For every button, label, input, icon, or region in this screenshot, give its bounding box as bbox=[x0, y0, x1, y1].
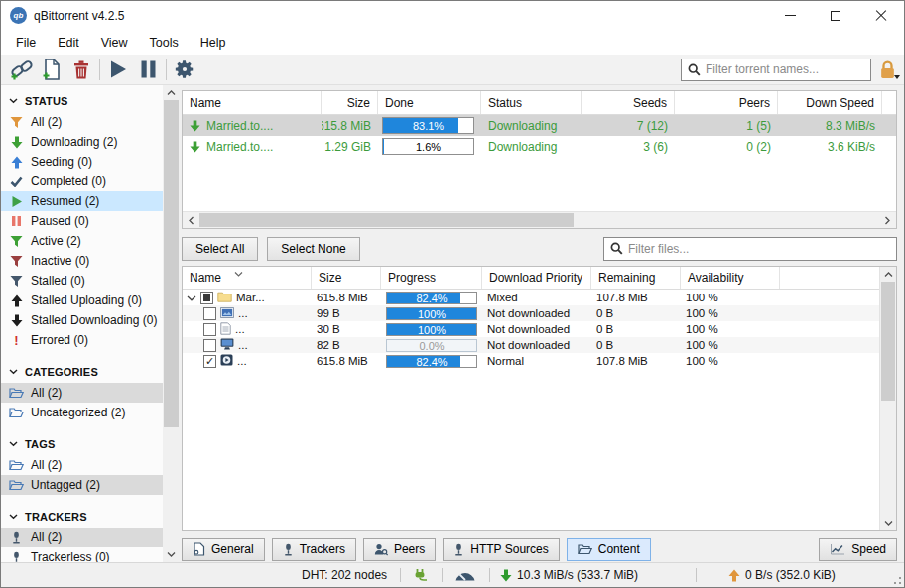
menu-file[interactable]: File bbox=[5, 33, 47, 53]
column-header-priority[interactable]: Download Priority bbox=[482, 267, 591, 289]
scrollbar-thumb[interactable] bbox=[199, 213, 574, 227]
file-priority[interactable]: Not downloaded bbox=[482, 323, 591, 335]
tab-peers[interactable]: Peers bbox=[363, 538, 436, 561]
sidebar-item-resumed[interactable]: Resumed (2) bbox=[1, 191, 163, 211]
add-torrent-link-button[interactable] bbox=[7, 57, 37, 83]
sidebar-item-active[interactable]: Active (2) bbox=[1, 231, 163, 251]
column-header-availability[interactable]: Availability bbox=[681, 267, 780, 289]
categories-section-header[interactable]: CATEGORIES bbox=[1, 359, 163, 383]
tab-trackers[interactable]: Trackers bbox=[272, 538, 356, 561]
file-row[interactable]: Mar... 615.8 MiB 82.4% Mixed 107.8 MiB 1… bbox=[183, 290, 879, 305]
alt-speed-limits-icon[interactable] bbox=[454, 569, 476, 581]
tab-general[interactable]: General bbox=[182, 538, 265, 561]
torrent-table: Name Size Done Status Seeds Peers Down S… bbox=[182, 90, 897, 229]
scroll-right-arrow[interactable] bbox=[879, 212, 896, 228]
column-header-size[interactable]: Size bbox=[322, 91, 378, 114]
sidebar-item-completed[interactable]: Completed (0) bbox=[1, 172, 163, 191]
select-none-button[interactable]: Select None bbox=[267, 237, 359, 261]
tags-section-header[interactable]: TAGS bbox=[1, 431, 163, 455]
add-link-icon bbox=[10, 59, 34, 80]
delete-torrent-button[interactable] bbox=[66, 57, 96, 83]
lock-button[interactable] bbox=[879, 60, 896, 79]
sidebar-item-stalled-downloading[interactable]: Stalled Downloading (0) bbox=[1, 310, 163, 330]
torrent-table-hscrollbar[interactable] bbox=[183, 211, 896, 228]
close-button[interactable] bbox=[858, 1, 904, 30]
sidebar-tag-all[interactable]: All (2) bbox=[1, 455, 163, 475]
status-section-header[interactable]: STATUS bbox=[1, 88, 163, 112]
sidebar-category-uncategorized[interactable]: Uncategorized (2) bbox=[1, 403, 163, 422]
menu-edit[interactable]: Edit bbox=[47, 33, 90, 53]
sidebar-item-all[interactable]: All (2) bbox=[1, 112, 163, 132]
column-header-progress[interactable]: Progress bbox=[381, 267, 482, 289]
sidebar-item-downloading[interactable]: Downloading (2) bbox=[1, 132, 163, 152]
connection-status-icon[interactable] bbox=[413, 568, 429, 583]
file-row[interactable]: ... 30 B 100% Not downloaded 0 B 100 % bbox=[183, 321, 879, 337]
maximize-button[interactable] bbox=[813, 1, 858, 30]
file-priority[interactable]: Not downloaded bbox=[482, 307, 591, 319]
torrent-row[interactable]: Married.to.... 615.8 MiB 83.1% Downloadi… bbox=[183, 115, 896, 136]
sidebar-item-inactive[interactable]: Inactive (0) bbox=[1, 251, 163, 271]
resize-grip[interactable] bbox=[892, 575, 902, 585]
column-header-seeds[interactable]: Seeds bbox=[582, 91, 675, 114]
sidebar-item-stalled[interactable]: Stalled (0) bbox=[1, 271, 163, 291]
scroll-down-arrow[interactable] bbox=[163, 547, 180, 562]
column-header-size[interactable]: Size bbox=[312, 267, 381, 289]
sidebar-item-errored[interactable]: ! Errored (0) bbox=[1, 330, 163, 350]
torrent-filter-input[interactable] bbox=[706, 62, 864, 76]
scroll-left-arrow[interactable] bbox=[183, 212, 199, 228]
sidebar-item-seeding[interactable]: Seeding (0) bbox=[1, 152, 163, 172]
sidebar-scrollbar[interactable] bbox=[163, 85, 180, 562]
column-header-name[interactable]: Name bbox=[183, 91, 322, 114]
file-checkbox[interactable] bbox=[203, 323, 216, 336]
torrent-row[interactable]: Married.to.... 1.29 GiB 1.6% Downloading… bbox=[183, 136, 896, 157]
menu-tools[interactable]: Tools bbox=[139, 33, 190, 53]
pause-button[interactable] bbox=[133, 57, 163, 83]
column-header-peers[interactable]: Peers bbox=[675, 91, 778, 114]
file-priority[interactable]: Normal bbox=[482, 355, 591, 367]
file-checkbox[interactable] bbox=[200, 292, 213, 304]
select-all-button[interactable]: Select All bbox=[182, 237, 258, 261]
scroll-up-arrow[interactable] bbox=[880, 267, 897, 282]
column-header-remaining[interactable]: Remaining bbox=[591, 267, 681, 289]
downloading-icon bbox=[190, 141, 200, 153]
file-priority[interactable]: Not downloaded bbox=[482, 339, 591, 351]
file-row[interactable]: ... 99 B 100% Not downloaded 0 B 100 % bbox=[183, 305, 879, 321]
options-button[interactable] bbox=[170, 57, 199, 83]
file-checkbox[interactable] bbox=[203, 339, 216, 352]
sidebar-tracker-trackerless[interactable]: Trackerless (0) bbox=[1, 547, 163, 562]
sidebar-item-paused[interactable]: Paused (0) bbox=[1, 211, 163, 231]
column-header-done[interactable]: Done bbox=[378, 91, 481, 114]
column-header-name[interactable]: Name bbox=[183, 267, 312, 289]
column-header-status[interactable]: Status bbox=[481, 91, 582, 114]
file-row[interactable]: ... 82 B 0.0% Not downloaded 0 B 100 % bbox=[183, 337, 879, 353]
menu-view[interactable]: View bbox=[90, 33, 139, 53]
menu-help[interactable]: Help bbox=[190, 33, 237, 53]
sidebar-tag-untagged[interactable]: Untagged (2) bbox=[1, 475, 163, 495]
scroll-up-arrow[interactable] bbox=[163, 85, 180, 100]
tab-http-sources[interactable]: HTTP Sources bbox=[443, 538, 559, 561]
scrollbar-track[interactable] bbox=[199, 212, 879, 228]
tree-expand-chevron-icon[interactable] bbox=[187, 292, 196, 303]
file-priority[interactable]: Mixed bbox=[482, 292, 591, 303]
column-header-down-speed[interactable]: Down Speed bbox=[778, 91, 882, 114]
add-torrent-file-button[interactable] bbox=[37, 57, 66, 83]
scrollbar-thumb[interactable] bbox=[164, 100, 179, 427]
file-checkbox[interactable]: ✓ bbox=[203, 355, 216, 368]
resume-button[interactable] bbox=[103, 57, 133, 83]
files-table-vscrollbar[interactable] bbox=[879, 267, 896, 530]
tab-content[interactable]: Content bbox=[567, 538, 651, 561]
scrollbar-thumb[interactable] bbox=[881, 282, 895, 401]
sidebar-item-stalled-uploading[interactable]: Stalled Uploading (0) bbox=[1, 291, 163, 310]
trackers-section-header[interactable]: TRACKERS bbox=[1, 504, 163, 528]
torrent-status: Downloading bbox=[481, 140, 582, 154]
file-progress-cell: 82.4% bbox=[381, 292, 482, 304]
sidebar-tracker-all[interactable]: All (2) bbox=[1, 528, 163, 547]
file-filter-input[interactable] bbox=[628, 242, 890, 256]
scroll-down-arrow[interactable] bbox=[880, 516, 897, 530]
file-row[interactable]: ✓ ... 615.8 MiB 82.4% Normal 107. bbox=[183, 353, 879, 369]
file-checkbox[interactable] bbox=[203, 307, 216, 320]
toolbar-separator bbox=[166, 59, 167, 80]
sidebar-category-all[interactable]: All (2) bbox=[1, 383, 163, 403]
minimize-button[interactable] bbox=[767, 1, 813, 30]
speed-widget-button[interactable]: Speed bbox=[819, 538, 897, 561]
